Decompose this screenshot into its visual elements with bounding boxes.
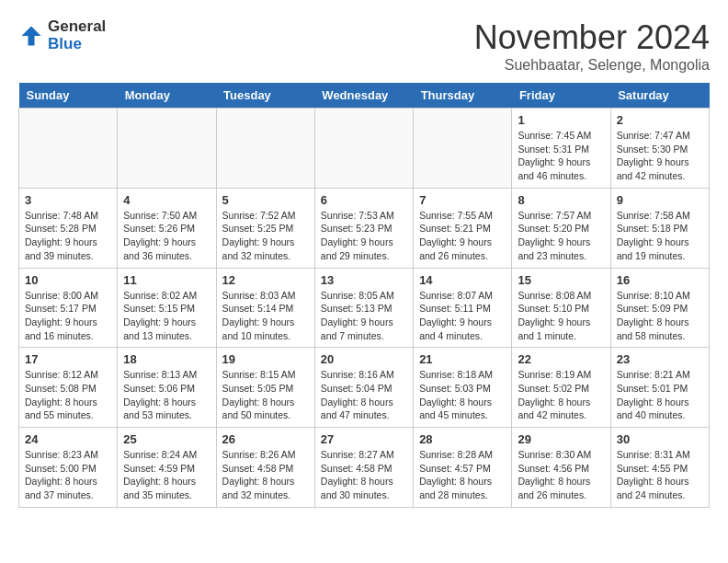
- logo-icon: [18, 23, 44, 49]
- header-row: SundayMondayTuesdayWednesdayThursdayFrid…: [19, 83, 710, 109]
- day-info: Sunrise: 8:10 AM Sunset: 5:09 PM Dayligh…: [617, 289, 703, 343]
- day-cell: 11Sunrise: 8:02 AM Sunset: 5:15 PM Dayli…: [118, 268, 216, 348]
- day-cell: 12Sunrise: 8:03 AM Sunset: 5:14 PM Dayli…: [216, 268, 314, 348]
- week-row-5: 24Sunrise: 8:23 AM Sunset: 5:00 PM Dayli…: [19, 428, 710, 508]
- day-cell: 9Sunrise: 7:58 AM Sunset: 5:18 PM Daylig…: [610, 188, 709, 268]
- col-header-sunday: Sunday: [19, 83, 118, 109]
- day-cell: 10Sunrise: 8:00 AM Sunset: 5:17 PM Dayli…: [19, 268, 118, 348]
- day-info: Sunrise: 8:31 AM Sunset: 4:55 PM Dayligh…: [617, 448, 703, 502]
- day-cell: 6Sunrise: 7:53 AM Sunset: 5:23 PM Daylig…: [314, 188, 413, 268]
- day-cell: 3Sunrise: 7:48 AM Sunset: 5:28 PM Daylig…: [19, 188, 118, 268]
- header: General Blue November 2024 Suehbaatar, S…: [18, 18, 710, 74]
- title-area: November 2024 Suehbaatar, Selenge, Mongo…: [474, 18, 710, 74]
- day-info: Sunrise: 8:26 AM Sunset: 4:58 PM Dayligh…: [222, 448, 309, 502]
- subtitle: Suehbaatar, Selenge, Mongolia: [474, 57, 710, 74]
- day-info: Sunrise: 8:15 AM Sunset: 5:05 PM Dayligh…: [222, 368, 309, 422]
- day-cell: 5Sunrise: 7:52 AM Sunset: 5:25 PM Daylig…: [216, 188, 314, 268]
- logo: General Blue: [18, 18, 106, 52]
- day-number: 25: [123, 432, 210, 446]
- day-number: 11: [123, 273, 210, 287]
- day-number: 22: [518, 352, 604, 366]
- day-cell: 8Sunrise: 7:57 AM Sunset: 5:20 PM Daylig…: [512, 188, 610, 268]
- day-info: Sunrise: 8:30 AM Sunset: 4:56 PM Dayligh…: [518, 448, 604, 502]
- day-number: 8: [518, 193, 604, 207]
- day-info: Sunrise: 7:48 AM Sunset: 5:28 PM Dayligh…: [25, 209, 111, 263]
- day-cell: 4Sunrise: 7:50 AM Sunset: 5:26 PM Daylig…: [118, 188, 216, 268]
- week-row-4: 17Sunrise: 8:12 AM Sunset: 5:08 PM Dayli…: [19, 348, 710, 428]
- day-cell: 13Sunrise: 8:05 AM Sunset: 5:13 PM Dayli…: [314, 268, 413, 348]
- day-number: 30: [617, 432, 703, 446]
- logo-text: General Blue: [48, 18, 106, 52]
- day-info: Sunrise: 8:00 AM Sunset: 5:17 PM Dayligh…: [25, 289, 111, 343]
- day-number: 18: [123, 352, 210, 366]
- day-number: 14: [419, 273, 506, 287]
- day-cell: 19Sunrise: 8:15 AM Sunset: 5:05 PM Dayli…: [216, 348, 314, 428]
- day-number: 15: [518, 273, 604, 287]
- logo-blue: Blue: [48, 36, 106, 53]
- day-info: Sunrise: 8:13 AM Sunset: 5:06 PM Dayligh…: [123, 368, 210, 422]
- day-number: 19: [222, 352, 309, 366]
- day-number: 24: [25, 432, 111, 446]
- day-number: 7: [419, 193, 506, 207]
- day-number: 27: [321, 432, 407, 446]
- day-info: Sunrise: 7:50 AM Sunset: 5:26 PM Dayligh…: [123, 209, 210, 263]
- col-header-thursday: Thursday: [414, 83, 512, 109]
- calendar-table: SundayMondayTuesdayWednesdayThursdayFrid…: [18, 83, 710, 508]
- day-info: Sunrise: 7:55 AM Sunset: 5:21 PM Dayligh…: [419, 209, 506, 263]
- day-info: Sunrise: 8:18 AM Sunset: 5:03 PM Dayligh…: [419, 368, 506, 422]
- day-number: 17: [25, 352, 111, 366]
- day-number: 21: [419, 352, 506, 366]
- day-cell: 20Sunrise: 8:16 AM Sunset: 5:04 PM Dayli…: [314, 348, 413, 428]
- day-cell: [414, 109, 512, 189]
- day-info: Sunrise: 7:47 AM Sunset: 5:30 PM Dayligh…: [617, 129, 703, 183]
- day-cell: 25Sunrise: 8:24 AM Sunset: 4:59 PM Dayli…: [118, 428, 216, 508]
- day-cell: 28Sunrise: 8:28 AM Sunset: 4:57 PM Dayli…: [414, 428, 512, 508]
- day-number: 16: [617, 273, 703, 287]
- day-info: Sunrise: 8:23 AM Sunset: 5:00 PM Dayligh…: [25, 448, 111, 502]
- day-cell: [19, 109, 118, 189]
- week-row-2: 3Sunrise: 7:48 AM Sunset: 5:28 PM Daylig…: [19, 188, 710, 268]
- day-info: Sunrise: 8:05 AM Sunset: 5:13 PM Dayligh…: [321, 289, 407, 343]
- day-info: Sunrise: 8:24 AM Sunset: 4:59 PM Dayligh…: [123, 448, 210, 502]
- col-header-monday: Monday: [118, 83, 216, 109]
- day-number: 29: [518, 432, 604, 446]
- day-info: Sunrise: 8:21 AM Sunset: 5:01 PM Dayligh…: [617, 368, 703, 422]
- day-info: Sunrise: 8:07 AM Sunset: 5:11 PM Dayligh…: [419, 289, 506, 343]
- day-cell: 2Sunrise: 7:47 AM Sunset: 5:30 PM Daylig…: [610, 109, 709, 189]
- day-info: Sunrise: 8:02 AM Sunset: 5:15 PM Dayligh…: [123, 289, 210, 343]
- day-cell: 18Sunrise: 8:13 AM Sunset: 5:06 PM Dayli…: [118, 348, 216, 428]
- day-cell: [216, 109, 314, 189]
- day-number: 12: [222, 273, 309, 287]
- day-cell: 24Sunrise: 8:23 AM Sunset: 5:00 PM Dayli…: [19, 428, 118, 508]
- day-number: 20: [321, 352, 407, 366]
- day-number: 1: [518, 113, 604, 127]
- logo-general: General: [48, 18, 106, 36]
- day-cell: 29Sunrise: 8:30 AM Sunset: 4:56 PM Dayli…: [512, 428, 610, 508]
- day-info: Sunrise: 7:53 AM Sunset: 5:23 PM Dayligh…: [321, 209, 407, 263]
- day-cell: 1Sunrise: 7:45 AM Sunset: 5:31 PM Daylig…: [512, 109, 610, 189]
- day-number: 10: [25, 273, 111, 287]
- day-info: Sunrise: 8:27 AM Sunset: 4:58 PM Dayligh…: [321, 448, 407, 502]
- day-cell: 26Sunrise: 8:26 AM Sunset: 4:58 PM Dayli…: [216, 428, 314, 508]
- day-cell: 23Sunrise: 8:21 AM Sunset: 5:01 PM Dayli…: [610, 348, 709, 428]
- week-row-3: 10Sunrise: 8:00 AM Sunset: 5:17 PM Dayli…: [19, 268, 710, 348]
- col-header-tuesday: Tuesday: [216, 83, 314, 109]
- day-info: Sunrise: 8:12 AM Sunset: 5:08 PM Dayligh…: [25, 368, 111, 422]
- day-number: 4: [123, 193, 210, 207]
- day-cell: 15Sunrise: 8:08 AM Sunset: 5:10 PM Dayli…: [512, 268, 610, 348]
- day-number: 9: [617, 193, 703, 207]
- week-row-1: 1Sunrise: 7:45 AM Sunset: 5:31 PM Daylig…: [19, 109, 710, 189]
- day-cell: 27Sunrise: 8:27 AM Sunset: 4:58 PM Dayli…: [314, 428, 413, 508]
- day-info: Sunrise: 7:52 AM Sunset: 5:25 PM Dayligh…: [222, 209, 309, 263]
- day-number: 26: [222, 432, 309, 446]
- day-cell: 22Sunrise: 8:19 AM Sunset: 5:02 PM Dayli…: [512, 348, 610, 428]
- month-title: November 2024: [474, 18, 710, 57]
- day-cell: [118, 109, 216, 189]
- day-number: 2: [617, 113, 703, 127]
- day-number: 3: [25, 193, 111, 207]
- day-info: Sunrise: 8:03 AM Sunset: 5:14 PM Dayligh…: [222, 289, 309, 343]
- day-info: Sunrise: 8:28 AM Sunset: 4:57 PM Dayligh…: [419, 448, 506, 502]
- day-cell: [314, 109, 413, 189]
- day-number: 13: [321, 273, 407, 287]
- col-header-friday: Friday: [512, 83, 610, 109]
